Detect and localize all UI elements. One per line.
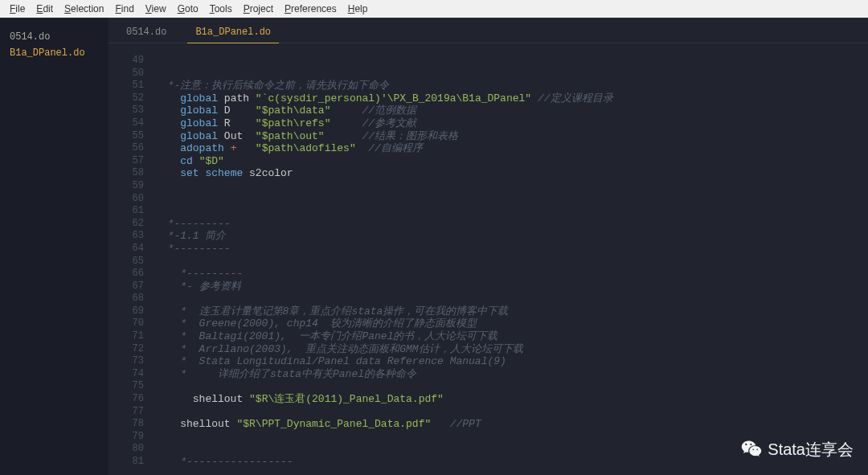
code-line[interactable]: 77 (108, 406, 868, 419)
code-line[interactable]: 72 * Arrllano(2003), 重点关注动态面板和GMM估计，人大论坛… (108, 343, 868, 356)
line-content[interactable]: * Baltagi(2001), 一本专门介绍Panel的书，人大论坛可下载 (155, 330, 868, 343)
line-number: 61 (108, 205, 155, 218)
menu-edit[interactable]: Edit (31, 2, 58, 16)
line-content[interactable] (155, 180, 868, 193)
menu-selection[interactable]: Selection (59, 2, 108, 16)
code-line[interactable]: 66 *--------- (108, 268, 868, 280)
code-line[interactable]: 78 shellout "$R\PPT_Dynamic_Panel_Data.p… (108, 418, 868, 431)
line-content[interactable]: *-注意：执行后续命令之前，请先执行如下命令 (155, 80, 868, 92)
line-content[interactable] (155, 293, 868, 305)
menu-goto[interactable]: Goto (173, 2, 203, 16)
line-number: 75 (108, 380, 155, 393)
line-content[interactable]: set scheme s2color (155, 167, 868, 180)
code-line[interactable]: 53 global D "$path\data" //范例数据 (108, 104, 868, 117)
code-line[interactable]: 52 global path "`c(sysdir_personal)'\PX_… (108, 92, 868, 105)
line-content[interactable]: global Out "$path\out" //结果：图形和表格 (155, 130, 868, 143)
line-content[interactable]: * Arrllano(2003), 重点关注动态面板和GMM估计，人大论坛可下载 (155, 343, 868, 356)
line-content[interactable]: * Greene(2000), chp14 较为清晰的介绍了静态面板模型 (155, 317, 868, 330)
menu-preferences[interactable]: Preferences (280, 2, 342, 16)
line-number: 65 (108, 256, 155, 268)
code-line[interactable]: 75 (108, 380, 868, 393)
code-line[interactable]: 63 *-1.1 简介 (108, 230, 868, 243)
code-line[interactable]: 74 * 详细介绍了stata中有关Panel的各种命令 (108, 368, 868, 381)
code-line[interactable]: 64 *--------- (108, 243, 868, 256)
watermark: Stata连享会 (740, 438, 854, 461)
line-number: 49 (108, 55, 155, 68)
menu-tools[interactable]: Tools (205, 2, 237, 16)
editor-pane: 0514.doB1a_DPanel.do 495051 *-注意：执行后续命令之… (108, 18, 868, 475)
code-line[interactable]: 61 (108, 205, 868, 218)
code-area[interactable]: 495051 *-注意：执行后续命令之前，请先执行如下命令52 global p… (108, 43, 868, 475)
line-content[interactable] (155, 205, 868, 218)
line-number: 55 (108, 130, 155, 143)
code-line[interactable]: 68 (108, 293, 868, 305)
tab-B1a_DPanel-do[interactable]: B1a_DPanel.do (181, 22, 285, 43)
code-line[interactable]: 50 (108, 68, 868, 80)
line-number: 81 (108, 456, 155, 469)
line-number: 66 (108, 268, 155, 280)
line-number: 59 (108, 180, 155, 193)
code-line[interactable]: 60 (108, 193, 868, 206)
line-number: 54 (108, 117, 155, 130)
line-content[interactable]: adopath + "$path\adofiles" //自编程序 (155, 142, 868, 155)
code-line[interactable]: 76 shellout "$R\连玉君(2011)_Panel_Data.pdf… (108, 393, 868, 406)
line-number: 69 (108, 305, 155, 318)
code-line[interactable]: 58 set scheme s2color (108, 167, 868, 180)
sidebar-item-0514-do[interactable]: 0514.do (0, 29, 108, 45)
code-line[interactable]: 70 * Greene(2000), chp14 较为清晰的介绍了静态面板模型 (108, 317, 868, 330)
line-number: 57 (108, 155, 155, 168)
line-content[interactable]: *- 参考资料 (155, 280, 868, 293)
line-number: 80 (108, 443, 155, 456)
menu-find[interactable]: Find (110, 2, 138, 16)
line-content[interactable] (155, 256, 868, 268)
line-number: 72 (108, 343, 155, 356)
line-number: 67 (108, 280, 155, 293)
line-content[interactable]: shellout "$R\PPT_Dynamic_Panel_Data.pdf"… (155, 418, 868, 431)
code-line[interactable]: 57 cd "$D" (108, 155, 868, 168)
line-content[interactable]: *--------- (155, 268, 868, 280)
code-line[interactable]: 62 *--------- (108, 218, 868, 231)
line-number: 68 (108, 293, 155, 305)
line-content[interactable] (155, 380, 868, 393)
menu-view[interactable]: View (141, 2, 171, 16)
line-number: 79 (108, 431, 155, 444)
line-content[interactable] (155, 193, 868, 206)
line-content[interactable]: cd "$D" (155, 155, 868, 168)
code-line[interactable]: 73 * Stata Longitudinal/Panel data Refer… (108, 355, 868, 368)
line-number: 74 (108, 368, 155, 381)
line-content[interactable] (155, 68, 868, 80)
line-content[interactable]: *-1.1 简介 (155, 230, 868, 243)
line-number: 50 (108, 68, 155, 80)
code-line[interactable]: 51 *-注意：执行后续命令之前，请先执行如下命令 (108, 80, 868, 92)
line-content[interactable]: * 详细介绍了stata中有关Panel的各种命令 (155, 368, 868, 381)
line-number: 60 (108, 193, 155, 206)
line-content[interactable]: * 连玉君计量笔记第8章，重点介绍stata操作，可在我的博客中下载 (155, 305, 868, 318)
sidebar-item-B1a_DPanel-do[interactable]: B1a_DPanel.do (0, 45, 108, 61)
line-content[interactable]: *--------- (155, 243, 868, 256)
line-content[interactable]: global R "$path\refs" //参考文献 (155, 117, 868, 130)
line-number: 70 (108, 317, 155, 330)
menu-help[interactable]: Help (343, 2, 373, 16)
menu-file[interactable]: File (5, 2, 30, 16)
line-number: 78 (108, 418, 155, 431)
workspace: 0514.doB1a_DPanel.do 0514.doB1a_DPanel.d… (0, 18, 868, 475)
code-line[interactable]: 65 (108, 256, 868, 268)
line-content[interactable] (155, 55, 868, 68)
code-line[interactable]: 56 adopath + "$path\adofiles" //自编程序 (108, 142, 868, 155)
code-line[interactable]: 54 global R "$path\refs" //参考文献 (108, 117, 868, 130)
code-line[interactable]: 69 * 连玉君计量笔记第8章，重点介绍stata操作，可在我的博客中下载 (108, 305, 868, 318)
code-line[interactable]: 67 *- 参考资料 (108, 280, 868, 293)
line-content[interactable] (155, 406, 868, 419)
line-content[interactable]: global path "`c(sysdir_personal)'\PX_B_2… (155, 92, 868, 105)
code-line[interactable]: 55 global Out "$path\out" //结果：图形和表格 (108, 130, 868, 143)
menu-project[interactable]: Project (239, 2, 278, 16)
line-content[interactable]: global D "$path\data" //范例数据 (155, 104, 868, 117)
code-line[interactable]: 59 (108, 180, 868, 193)
tab-0514-do[interactable]: 0514.do (112, 22, 181, 43)
line-content[interactable]: *--------- (155, 218, 868, 231)
code-line[interactable]: 49 (108, 55, 868, 68)
line-content[interactable]: * Stata Longitudinal/Panel data Referenc… (155, 355, 868, 368)
line-number: 53 (108, 104, 155, 117)
code-line[interactable]: 71 * Baltagi(2001), 一本专门介绍Panel的书，人大论坛可下… (108, 330, 868, 343)
line-content[interactable]: shellout "$R\连玉君(2011)_Panel_Data.pdf" (155, 393, 868, 406)
